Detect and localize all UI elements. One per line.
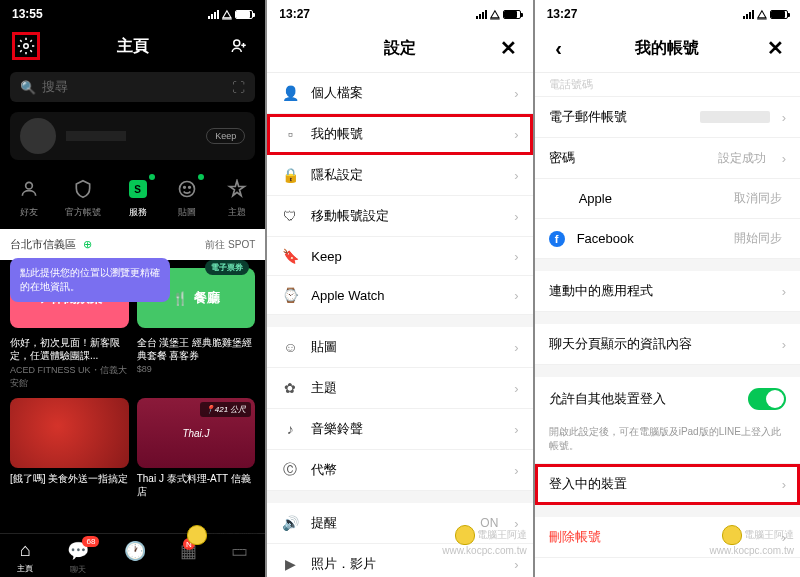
watermark: 電腦王阿達www.kocpc.com.tw — [175, 525, 259, 557]
chevron-right-icon: › — [514, 463, 518, 478]
id-icon: ▫ — [281, 126, 299, 142]
add-friend-icon[interactable] — [225, 32, 253, 60]
page-title: 設定 — [384, 38, 416, 59]
setting-password[interactable]: 密碼設定成功› — [535, 138, 800, 179]
note-icon: ♪ — [281, 421, 299, 437]
chevron-right-icon: › — [514, 86, 518, 101]
setting-apple[interactable]: Apple取消同步 — [535, 179, 800, 219]
account-header: ‹ 我的帳號 ✕ — [535, 24, 800, 73]
scan-icon[interactable]: ⛶ — [232, 80, 245, 95]
nav-chat[interactable]: 💬68聊天 — [67, 540, 89, 575]
status-bar: 13:27 ⧋ — [267, 0, 532, 24]
back-icon[interactable]: ‹ — [547, 37, 571, 60]
service-stickers[interactable]: 貼圖 — [174, 176, 200, 219]
setting-connected-apps[interactable]: 連動中的應用程式› — [535, 271, 800, 312]
profile-icon: 👤 — [281, 85, 299, 101]
chevron-right-icon: › — [514, 340, 518, 355]
service-friends[interactable]: 好友 — [16, 176, 42, 219]
watch-icon: ⌚ — [281, 287, 299, 303]
watermark: 電腦王阿達www.kocpc.com.tw — [710, 525, 794, 557]
setting-logged-in-devices[interactable]: 登入中的裝置› — [535, 464, 800, 505]
img-card-1[interactable]: [餓了嗎] 美食外送一指搞定 — [10, 398, 129, 500]
search-bar[interactable]: 🔍 搜尋 ⛶ — [10, 72, 255, 102]
coin-icon: Ⓒ — [281, 461, 299, 479]
flower-icon: ✿ — [281, 380, 299, 396]
service-services[interactable]: S服務 — [125, 176, 151, 219]
account-list: 電話號碼 電子郵件帳號› 密碼設定成功› Apple取消同步 fFacebook… — [535, 73, 800, 558]
setting-my-account[interactable]: ▫我的帳號› — [267, 114, 532, 155]
location-tooltip[interactable]: 點此提供您的位置以瀏覽更精確的在地資訊。 — [10, 258, 170, 302]
settings-screen: 13:27 ⧋ 設定 ✕ 👤個人檔案› ▫我的帳號› 🔒隱私設定› 🛡移動帳號設… — [267, 0, 532, 577]
battery-icon — [235, 10, 253, 19]
search-placeholder: 搜尋 — [42, 78, 68, 96]
page-title: 主頁 — [117, 36, 149, 57]
close-icon[interactable]: ✕ — [497, 36, 521, 60]
setting-privacy[interactable]: 🔒隱私設定› — [267, 155, 532, 196]
chevron-right-icon: › — [514, 127, 518, 142]
location-text: 台北市信義區 — [10, 238, 76, 250]
status-bar: 13:55 ⧋ — [0, 0, 265, 24]
chevron-right-icon: › — [782, 477, 786, 492]
setting-chat-tab-info[interactable]: 聊天分頁顯示的資訊內容› — [535, 324, 800, 365]
setting-phone[interactable]: 電話號碼 — [535, 73, 800, 97]
setting-facebook[interactable]: fFacebook開始同步 — [535, 219, 800, 259]
profile-name-redacted — [66, 131, 126, 141]
services-row: 好友 官方帳號 S服務 貼圖 主題 — [0, 170, 265, 229]
close-icon[interactable]: ✕ — [764, 36, 788, 60]
clock-icon: 🕐 — [124, 540, 146, 562]
toggle-on[interactable] — [748, 388, 786, 410]
shield-icon: 🛡 — [281, 208, 299, 224]
chevron-right-icon: › — [514, 381, 518, 396]
settings-list: 👤個人檔案› ▫我的帳號› 🔒隱私設定› 🛡移動帳號設定› 🔖Keep› ⌚Ap… — [267, 73, 532, 577]
img-card-2[interactable]: 📍421 公尺 Thai.J Thai J 泰式料理-ATT 信義店 — [137, 398, 256, 500]
account-screen: 13:27 ⧋ ‹ 我的帳號 ✕ 電話號碼 電子郵件帳號› 密碼設定成功› Ap… — [535, 0, 800, 577]
setting-apple-watch[interactable]: ⌚Apple Watch› — [267, 276, 532, 315]
wifi-icon: ⧋ — [222, 8, 232, 21]
setting-profile[interactable]: 👤個人檔案› — [267, 73, 532, 114]
status-icons: ⧋ — [208, 8, 253, 21]
smile-icon: ☺ — [281, 339, 299, 355]
settings-gear-icon[interactable] — [12, 32, 40, 60]
setting-themes[interactable]: ✿主題› — [267, 368, 532, 409]
setting-email[interactable]: 電子郵件帳號› — [535, 97, 800, 138]
setting-allow-other-devices[interactable]: 允許自其他裝置登入 — [535, 377, 800, 421]
chevron-right-icon: › — [514, 209, 518, 224]
nav-timeline[interactable]: 🕐 — [124, 540, 146, 575]
lock-icon: 🔒 — [281, 167, 299, 183]
promo-card-2[interactable]: 全台 漢堡王 經典脆雞堡經典套餐 喜客券$89 — [137, 336, 256, 390]
chevron-right-icon: › — [782, 284, 786, 299]
search-icon: 🔍 — [20, 80, 36, 95]
bookmark-icon: 🔖 — [281, 248, 299, 264]
setting-coins[interactable]: Ⓒ代幣› — [267, 450, 532, 491]
settings-header: 設定 ✕ — [267, 24, 532, 73]
help-text: 開啟此設定後，可在電腦版及iPad版的LINE上登入此帳號。 — [535, 421, 800, 464]
svg-point-5 — [189, 187, 191, 189]
chevron-right-icon: › — [514, 288, 518, 303]
avatar — [20, 118, 56, 154]
spot-link[interactable]: 前往 SPOT — [205, 238, 255, 252]
page-title: 我的帳號 — [635, 38, 699, 59]
service-official[interactable]: 官方帳號 — [65, 176, 101, 219]
profile-row[interactable]: Keep — [10, 112, 255, 160]
service-themes[interactable]: 主題 — [224, 176, 250, 219]
watermark: 電腦王阿達www.kocpc.com.tw — [442, 525, 526, 557]
setting-stickers[interactable]: ☺貼圖› — [267, 327, 532, 368]
keep-badge[interactable]: Keep — [206, 128, 245, 144]
svg-point-0 — [24, 44, 29, 49]
svg-point-3 — [180, 182, 195, 197]
svg-point-1 — [234, 40, 240, 46]
speaker-icon: 🔊 — [281, 515, 299, 531]
location-target-icon[interactable]: ⊕ — [80, 238, 92, 250]
setting-ringtones[interactable]: ♪音樂鈴聲› — [267, 409, 532, 450]
chevron-right-icon: › — [514, 422, 518, 437]
home-header: 主頁 — [0, 24, 265, 68]
food-image — [10, 398, 129, 468]
eticket-badge: 電子票券 — [205, 260, 249, 275]
fork-icon: 🍴 — [172, 291, 188, 306]
promo-card-1[interactable]: 你好，初次見面！新客限定，任選體驗團課...ACED FITNESS UK・信義… — [10, 336, 129, 390]
setting-migrate[interactable]: 🛡移動帳號設定› — [267, 196, 532, 237]
service-s-badge: S — [129, 180, 147, 198]
setting-keep[interactable]: 🔖Keep› — [267, 237, 532, 276]
chevron-right-icon: › — [514, 249, 518, 264]
nav-home[interactable]: ⌂主頁 — [17, 540, 33, 575]
